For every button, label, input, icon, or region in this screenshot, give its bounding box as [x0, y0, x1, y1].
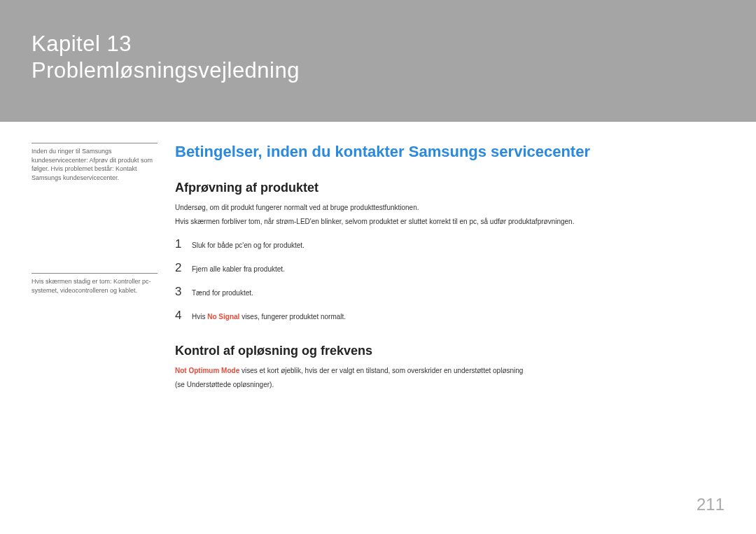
chapter-title: Problemløsningsvejledning [31, 58, 724, 83]
step-number: 2 [175, 261, 192, 275]
page-number: 211 [696, 495, 724, 514]
content-area: Inden du ringer til Samsungs kundeservic… [0, 122, 756, 393]
body-text: Not Optimum Mode vises et kort øjeblik, … [175, 365, 724, 377]
step-number: 3 [175, 285, 192, 299]
highlight-text: No Signal [207, 313, 239, 321]
section-title: Betingelser, inden du kontakter Samsungs… [175, 143, 724, 161]
main-content: Betingelser, inden du kontakter Samsungs… [168, 143, 724, 393]
step-row: 1 Sluk for både pc'en og for produktet. [175, 237, 724, 251]
step-row: 2 Fjern alle kabler fra produktet. [175, 261, 724, 275]
side-note-1: Inden du ringer til Samsungs kundeservic… [31, 143, 158, 182]
step-text: Tænd for produktet. [192, 288, 253, 298]
step-text: Sluk for både pc'en og for produktet. [192, 240, 304, 251]
body-text: Undersøg, om dit produkt fungerer normal… [175, 202, 724, 213]
body-text: (se Understøttede opløsninger). [175, 379, 724, 391]
step-text: Fjern alle kabler fra produktet. [192, 264, 285, 274]
highlight-text: Not Optimum Mode [175, 367, 239, 374]
body-text-rest: vises et kort øjeblik, hvis der er valgt… [239, 367, 523, 374]
step-prefix: Hvis [192, 313, 207, 321]
chapter-header: Kapitel 13 Problemløsningsvejledning [0, 0, 756, 122]
subsection-title-2: Kontrol af opløsning og frekvens [175, 344, 724, 358]
step-text: Hvis No Signal vises, fungerer produktet… [192, 311, 346, 322]
side-note-2: Hvis skærmen stadig er tom: Kontroller p… [31, 273, 158, 295]
subsection-title-1: Afprøvning af produktet [175, 181, 724, 195]
sidebar: Inden du ringer til Samsungs kundeservic… [31, 143, 168, 393]
step-suffix: vises, fungerer produktet normalt. [239, 313, 346, 321]
step-number: 1 [175, 237, 192, 251]
step-number: 4 [175, 309, 192, 323]
chapter-label: Kapitel 13 [31, 31, 724, 57]
step-row: 4 Hvis No Signal vises, fungerer produkt… [175, 309, 724, 323]
step-row: 3 Tænd for produktet. [175, 285, 724, 299]
steps-list: 1 Sluk for både pc'en og for produktet. … [175, 237, 724, 323]
body-text: Hvis skærmen forbliver tom, når strøm-LE… [175, 216, 724, 227]
